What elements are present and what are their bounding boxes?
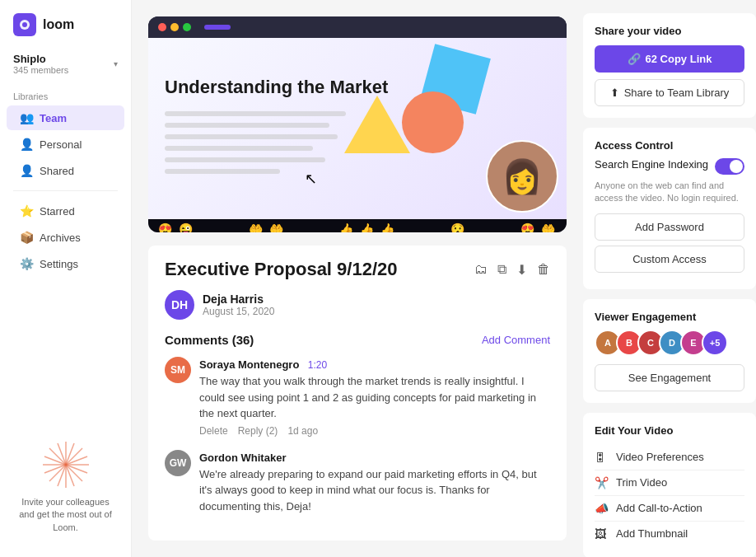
copy-link-button[interactable]: 🔗 62 Copy Link	[595, 45, 744, 73]
link-icon: 🔗	[628, 53, 641, 65]
personal-icon: 👤	[20, 138, 33, 151]
edit-title: Edit Your Video	[595, 424, 744, 437]
search-engine-label: Search Engine Indexing	[595, 158, 708, 171]
comment-body-1: Soraya Montenegro 1:20 The way that you …	[199, 357, 550, 437]
video-info: Executive Proposal 9/12/20 🗂 ⧉ ⬇ 🗑 DH De…	[148, 246, 567, 541]
comment-ago-1: 1d ago	[287, 425, 318, 437]
delete-action-button[interactable]: 🗑	[537, 262, 550, 278]
comment-actions-1: Delete Reply (2) 1d ago	[199, 425, 550, 437]
share-team-button[interactable]: ⬆ Share to Team Library	[595, 79, 744, 106]
search-engine-desc: Anyone on the web can find and access th…	[595, 180, 744, 205]
sidebar: loom Shiplo 345 members ▾ Libraries 👥 Te…	[0, 0, 132, 557]
see-engagement-button[interactable]: See Engagement	[595, 364, 744, 391]
video-title: Executive Proposal 9/12/20	[165, 259, 398, 280]
loom-logo-icon	[13, 13, 36, 36]
sidebar-item-label-personal: Personal	[40, 138, 82, 151]
video-player[interactable]: Understanding the Market 👩 ↖	[148, 16, 567, 232]
video-slide: Understanding the Market 👩 ↖	[148, 38, 567, 219]
browser-dot-expand	[183, 23, 191, 31]
main-content: Understanding the Market 👩 ↖	[132, 0, 583, 557]
logo-text: loom	[43, 17, 74, 32]
edit-item-trim[interactable]: ✂️ Trim Video	[595, 470, 744, 496]
comment-delete-button[interactable]: Delete	[199, 425, 228, 437]
share-card: Share your video 🔗 62 Copy Link ⬆ Share …	[583, 13, 756, 118]
svg-point-2	[22, 22, 27, 27]
add-password-button[interactable]: Add Password	[595, 213, 744, 241]
sidebar-item-starred[interactable]: ⭐ Starred	[7, 199, 124, 223]
video-actions: 🗂 ⧉ ⬇ 🗑	[474, 262, 550, 278]
sidebar-item-label-shared: Shared	[40, 165, 74, 177]
trim-label: Trim Video	[616, 476, 667, 489]
prefs-icon: 🎛	[595, 451, 609, 464]
invite-text: Invite your colleagues and get the most …	[13, 496, 118, 534]
comment-text-2: We're already preparing to expand our pa…	[199, 466, 550, 515]
folder-action-button[interactable]: 🗂	[474, 262, 488, 278]
edit-item-prefs[interactable]: 🎛 Video Preferences	[595, 445, 744, 470]
star-icon: ⭐	[20, 204, 33, 218]
thumbnail-icon: 🖼	[595, 527, 609, 541]
engagement-card: Viewer Engagement A B C D E +5 See Engag…	[583, 299, 756, 403]
comment-body-2: Gordon Whitaker We're already preparing …	[199, 450, 550, 515]
right-panel: Share your video 🔗 62 Copy Link ⬆ Share …	[583, 0, 756, 557]
team-icon: 👥	[20, 111, 33, 124]
edit-video-card: Edit Your Video 🎛 Video Preferences ✂️ T…	[583, 413, 756, 557]
browser-dots	[158, 23, 191, 31]
cta-icon: 📣	[595, 502, 609, 515]
download-action-button[interactable]: ⬇	[516, 262, 527, 278]
share-title: Share your video	[595, 25, 744, 37]
presenter-avatar: 👩	[486, 140, 558, 213]
search-engine-toggle[interactable]	[715, 158, 744, 175]
comment-reply-button[interactable]: Reply (2)	[238, 425, 278, 437]
sidebar-item-label-archives: Archives	[40, 232, 81, 244]
add-comment-button[interactable]: Add Comment	[482, 334, 550, 346]
custom-access-button[interactable]: Custom Access	[595, 246, 744, 273]
uploader-info: DH Deja Harris August 15, 2020	[165, 290, 550, 320]
trim-icon: ✂️	[595, 476, 609, 489]
sidebar-item-settings[interactable]: ⚙️ Settings	[7, 251, 124, 276]
browser-dot-minimize	[170, 23, 179, 31]
engagement-more: +5	[702, 330, 728, 356]
org-selector[interactable]: Shiplo 345 members ▾	[0, 46, 131, 82]
shared-icon: 👤	[20, 164, 33, 177]
access-control-card: Access Control Search Engine Indexing An…	[583, 128, 756, 289]
sidebar-item-team[interactable]: 👥 Team	[7, 105, 124, 130]
chevron-down-icon: ▾	[114, 59, 118, 68]
commenter-avatar-1: SM	[165, 357, 191, 383]
org-name: Shiplo	[13, 53, 68, 65]
access-control-title: Access Control	[595, 139, 744, 152]
sidebar-divider	[13, 190, 118, 191]
uploader-name: Deja Harris	[203, 293, 274, 306]
sidebar-item-label-starred: Starred	[40, 205, 75, 218]
sidebar-item-archives[interactable]: 📦 Archives	[7, 225, 124, 250]
sidebar-item-shared[interactable]: 👤 Shared	[7, 158, 124, 183]
browser-bar	[148, 16, 567, 38]
share-icon: ⬆	[610, 87, 619, 99]
engagement-avatars: A B C D E +5	[595, 330, 744, 356]
copy-action-button[interactable]: ⧉	[497, 262, 506, 278]
comments-title: Comments (36)	[165, 333, 254, 347]
search-engine-row: Search Engine Indexing	[595, 158, 744, 175]
browser-dot-close	[158, 23, 166, 31]
comment-timestamp-1[interactable]: 1:20	[308, 359, 327, 371]
edit-item-thumbnail[interactable]: 🖼 Add Thumbnail	[595, 522, 744, 546]
prefs-label: Video Preferences	[616, 451, 704, 463]
commenter-name-2: Gordon Whitaker	[199, 452, 286, 464]
logo: loom	[0, 10, 131, 46]
invite-graphic	[41, 440, 91, 489]
settings-icon: ⚙️	[20, 257, 33, 270]
archive-icon: 📦	[20, 231, 33, 244]
cta-label: Add Call-to-Action	[616, 502, 702, 514]
browser-tab	[204, 25, 231, 30]
comment-item: SM Soraya Montenegro 1:20 The way that y…	[165, 357, 550, 437]
edit-item-cta[interactable]: 📣 Add Call-to-Action	[595, 496, 744, 522]
sidebar-item-personal[interactable]: 👤 Personal	[7, 132, 124, 157]
comments-header: Comments (36) Add Comment	[165, 333, 550, 347]
emoji-reactions-bar: 😍😜 🤲🤲 👍👍👍 😯 😍🤲👍	[148, 219, 567, 232]
comment-text-1: The way that you walk through the market…	[199, 373, 550, 422]
video-title-row: Executive Proposal 9/12/20 🗂 ⧉ ⬇ 🗑	[165, 259, 550, 280]
commenter-name-1: Soraya Montenegro	[199, 358, 299, 371]
engagement-title: Viewer Engagement	[595, 311, 744, 323]
uploader-date: August 15, 2020	[203, 306, 274, 317]
toggle-knob	[730, 160, 743, 173]
commenter-avatar-2: GW	[165, 450, 191, 476]
